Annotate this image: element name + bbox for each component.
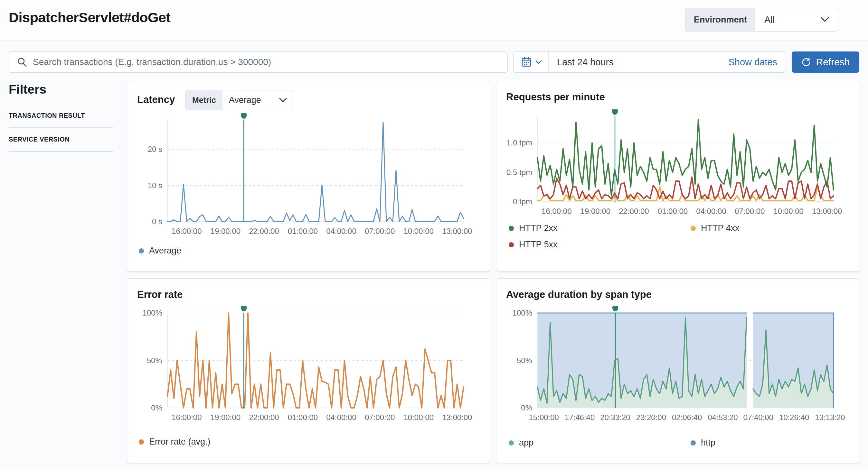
svg-text:17:46:40: 17:46:40 <box>565 413 595 422</box>
span-duration-chart: 0%50%100%15:00:0017:46:4020:33:2023:20:0… <box>503 306 848 423</box>
refresh-label: Refresh <box>816 57 850 68</box>
svg-text:50%: 50% <box>147 356 162 365</box>
requests-chart: 0 tpm0.5 tpm1.0 tpm16:00:0019:00:0022:00… <box>503 109 848 217</box>
latency-svg: 0 s10 s20 s16:00:0019:00:0022:00:0001:00… <box>134 113 478 237</box>
refresh-button[interactable]: Refresh <box>792 52 859 73</box>
requests-svg: 0 tpm0.5 tpm1.0 tpm16:00:0019:00:0022:00… <box>503 109 848 217</box>
search-input[interactable] <box>33 53 507 72</box>
svg-text:04:00:00: 04:00:00 <box>696 207 726 215</box>
svg-text:04:53:20: 04:53:20 <box>708 413 738 422</box>
legend-dot <box>509 440 514 445</box>
svg-text:0 tpm: 0 tpm <box>513 197 532 206</box>
page-header: DispatcherServlet#doGet Environment All <box>0 0 868 41</box>
error-rate-card: Error rate 0%50%100%16:00:0019:00:0022:0… <box>127 278 490 463</box>
latency-card-title: Latency <box>137 94 175 105</box>
apm-transaction-page: DispatcherServlet#doGet Environment All … <box>0 0 868 469</box>
svg-text:0.5 tpm: 0.5 tpm <box>506 168 532 177</box>
legend-item-error-rate[interactable]: Error rate (avg.) <box>139 437 211 447</box>
svg-text:20:33:20: 20:33:20 <box>600 413 630 422</box>
svg-text:04:00:00: 04:00:00 <box>326 413 356 422</box>
legend-dot <box>139 248 144 254</box>
legend-dot <box>691 440 696 445</box>
legend-item-http-5xx[interactable]: HTTP 5xx <box>509 240 691 249</box>
svg-text:07:00:00: 07:00:00 <box>735 207 765 215</box>
svg-text:10:00:00: 10:00:00 <box>403 413 433 422</box>
svg-text:13:00:00: 13:00:00 <box>442 227 472 235</box>
svg-text:15:00:00: 15:00:00 <box>529 413 559 422</box>
svg-text:01:00:00: 01:00:00 <box>658 207 688 215</box>
requests-per-minute-card: Requests per minute 0 tpm0.5 tpm1.0 tpm1… <box>497 81 859 272</box>
svg-text:10:00:00: 10:00:00 <box>403 227 433 235</box>
svg-text:100%: 100% <box>143 308 162 317</box>
svg-text:16:00:00: 16:00:00 <box>172 227 202 235</box>
svg-text:22:00:00: 22:00:00 <box>249 227 279 235</box>
svg-text:100%: 100% <box>513 308 532 317</box>
error-rate-card-title: Error rate <box>137 289 183 300</box>
svg-text:50%: 50% <box>517 356 532 365</box>
latency-chart: 0 s10 s20 s16:00:0019:00:0022:00:0001:00… <box>134 113 478 237</box>
filter-section-service-version[interactable]: SERVICE VERSION <box>9 136 113 143</box>
filters-title: Filters <box>9 82 46 97</box>
metric-label: Metric <box>186 90 222 110</box>
svg-text:13:00:00: 13:00:00 <box>442 413 472 422</box>
legend-label: app <box>519 438 533 448</box>
svg-text:10:00:00: 10:00:00 <box>773 207 803 215</box>
span-duration-card-title: Average duration by span type <box>506 289 652 300</box>
span-duration-legend: app http <box>509 438 715 448</box>
span-duration-svg: 0%50%100%15:00:0017:46:4020:33:2023:20:0… <box>503 306 848 423</box>
metric-value: Average <box>222 90 279 110</box>
svg-text:22:00:00: 22:00:00 <box>249 413 279 422</box>
legend-dot <box>509 242 514 247</box>
svg-text:1.0 tpm: 1.0 tpm <box>506 138 532 147</box>
legend-item-app[interactable]: app <box>509 438 691 448</box>
search-icon <box>17 57 28 68</box>
svg-text:07:00:00: 07:00:00 <box>365 227 395 235</box>
time-range-value[interactable]: Last 24 hours <box>549 57 728 68</box>
legend-dot <box>139 439 144 444</box>
svg-text:0%: 0% <box>151 403 162 412</box>
legend-label: Average <box>149 246 181 256</box>
svg-text:0 s: 0 s <box>152 217 162 226</box>
svg-text:13:13:20: 13:13:20 <box>815 413 845 422</box>
metric-select[interactable]: Metric Average <box>185 90 293 110</box>
environment-select[interactable]: Environment All <box>685 8 837 32</box>
legend-label: HTTP 5xx <box>519 240 558 249</box>
chevron-down-icon <box>821 8 837 31</box>
legend-dot <box>509 226 514 231</box>
span-duration-card: Average duration by span type 0%50%100%1… <box>497 278 859 463</box>
calendar-icon <box>521 56 532 68</box>
svg-text:07:00:00: 07:00:00 <box>365 413 395 422</box>
show-dates-link[interactable]: Show dates <box>728 57 785 68</box>
svg-text:01:00:00: 01:00:00 <box>288 227 318 235</box>
requests-card-title: Requests per minute <box>506 91 605 103</box>
svg-text:19:00:00: 19:00:00 <box>211 227 241 235</box>
legend-item-http[interactable]: http <box>691 438 715 448</box>
filter-section-transaction-result[interactable]: TRANSACTION RESULT <box>9 112 113 119</box>
svg-text:13:00:00: 13:00:00 <box>812 207 842 215</box>
date-picker: Last 24 hours Show dates <box>513 52 786 73</box>
svg-text:20 s: 20 s <box>148 145 162 154</box>
svg-text:22:00:00: 22:00:00 <box>619 207 649 215</box>
svg-text:10:26:40: 10:26:40 <box>779 413 809 422</box>
divider <box>9 127 113 128</box>
calendar-button[interactable] <box>514 52 549 72</box>
chevron-down-icon <box>279 90 293 110</box>
svg-text:04:00:00: 04:00:00 <box>326 227 356 235</box>
svg-text:16:00:00: 16:00:00 <box>541 207 571 215</box>
refresh-icon <box>801 57 811 67</box>
svg-text:16:00:00: 16:00:00 <box>172 413 202 422</box>
legend-item-http-2xx[interactable]: HTTP 2xx <box>509 223 691 233</box>
requests-legend: HTTP 2xx HTTP 4xx HTTP 5xx <box>509 223 740 249</box>
search-bar[interactable] <box>9 52 508 73</box>
legend-item-http-4xx[interactable]: HTTP 4xx <box>691 223 740 233</box>
page-title: DispatcherServlet#doGet <box>9 10 170 25</box>
chevron-down-icon <box>535 60 542 64</box>
legend-item-average[interactable]: Average <box>139 246 181 256</box>
legend-label: Error rate (avg.) <box>149 437 211 447</box>
svg-text:23:20:00: 23:20:00 <box>636 413 666 422</box>
error-rate-svg: 0%50%100%16:00:0019:00:0022:00:0001:00:0… <box>134 306 478 423</box>
svg-text:01:00:00: 01:00:00 <box>288 413 318 422</box>
divider <box>9 151 113 152</box>
svg-text:19:00:00: 19:00:00 <box>211 413 241 422</box>
svg-text:0%: 0% <box>521 403 532 412</box>
